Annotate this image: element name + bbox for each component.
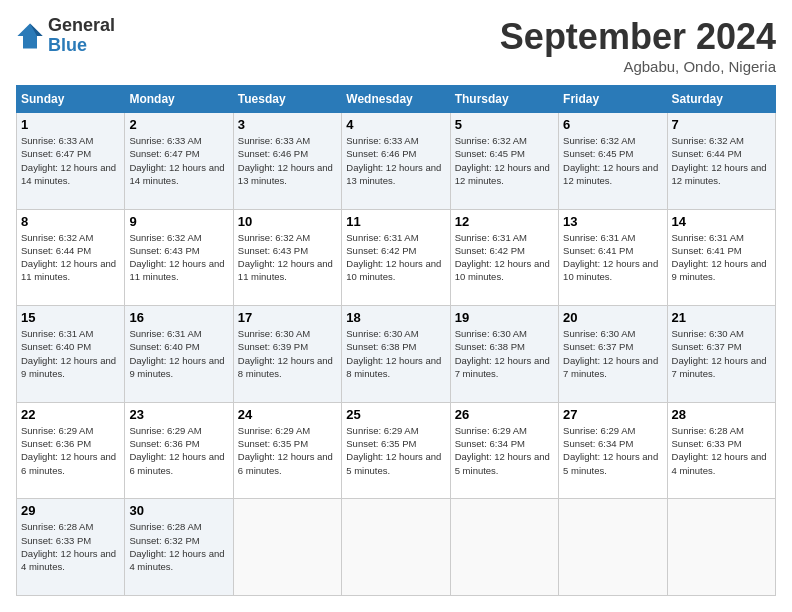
header: General Blue September 2024 Agbabu, Ondo… [16, 16, 776, 75]
day-info: Sunrise: 6:29 AMSunset: 6:35 PMDaylight:… [346, 424, 445, 477]
day-info: Sunrise: 6:29 AMSunset: 6:34 PMDaylight:… [563, 424, 662, 477]
calendar-cell: 12Sunrise: 6:31 AMSunset: 6:42 PMDayligh… [450, 209, 558, 306]
calendar-cell: 1Sunrise: 6:33 AMSunset: 6:47 PMDaylight… [17, 113, 125, 210]
day-number: 23 [129, 407, 228, 422]
calendar-cell: 17Sunrise: 6:30 AMSunset: 6:39 PMDayligh… [233, 306, 341, 403]
day-info: Sunrise: 6:28 AMSunset: 6:32 PMDaylight:… [129, 520, 228, 573]
calendar-cell [559, 499, 667, 596]
calendar-cell: 8Sunrise: 6:32 AMSunset: 6:44 PMDaylight… [17, 209, 125, 306]
day-info: Sunrise: 6:32 AMSunset: 6:43 PMDaylight:… [129, 231, 228, 284]
day-info: Sunrise: 6:30 AMSunset: 6:37 PMDaylight:… [563, 327, 662, 380]
calendar-cell: 30Sunrise: 6:28 AMSunset: 6:32 PMDayligh… [125, 499, 233, 596]
day-number: 28 [672, 407, 771, 422]
day-header-saturday: Saturday [667, 86, 775, 113]
calendar-cell [450, 499, 558, 596]
calendar-cell: 4Sunrise: 6:33 AMSunset: 6:46 PMDaylight… [342, 113, 450, 210]
logo-general: General [48, 16, 115, 36]
day-header-thursday: Thursday [450, 86, 558, 113]
day-number: 9 [129, 214, 228, 229]
calendar-cell: 14Sunrise: 6:31 AMSunset: 6:41 PMDayligh… [667, 209, 775, 306]
calendar-cell: 26Sunrise: 6:29 AMSunset: 6:34 PMDayligh… [450, 402, 558, 499]
day-info: Sunrise: 6:32 AMSunset: 6:44 PMDaylight:… [21, 231, 120, 284]
day-number: 16 [129, 310, 228, 325]
day-info: Sunrise: 6:32 AMSunset: 6:43 PMDaylight:… [238, 231, 337, 284]
calendar-cell: 20Sunrise: 6:30 AMSunset: 6:37 PMDayligh… [559, 306, 667, 403]
day-number: 11 [346, 214, 445, 229]
day-info: Sunrise: 6:32 AMSunset: 6:45 PMDaylight:… [455, 134, 554, 187]
day-number: 8 [21, 214, 120, 229]
logo-icon [16, 22, 44, 50]
calendar-cell: 27Sunrise: 6:29 AMSunset: 6:34 PMDayligh… [559, 402, 667, 499]
calendar-table: SundayMondayTuesdayWednesdayThursdayFrid… [16, 85, 776, 596]
calendar-cell: 24Sunrise: 6:29 AMSunset: 6:35 PMDayligh… [233, 402, 341, 499]
calendar-cell: 18Sunrise: 6:30 AMSunset: 6:38 PMDayligh… [342, 306, 450, 403]
day-number: 18 [346, 310, 445, 325]
logo: General Blue [16, 16, 115, 56]
day-number: 30 [129, 503, 228, 518]
logo-blue: Blue [48, 36, 115, 56]
day-info: Sunrise: 6:30 AMSunset: 6:38 PMDaylight:… [455, 327, 554, 380]
logo-text: General Blue [48, 16, 115, 56]
day-number: 7 [672, 117, 771, 132]
calendar-cell: 9Sunrise: 6:32 AMSunset: 6:43 PMDaylight… [125, 209, 233, 306]
day-number: 29 [21, 503, 120, 518]
day-info: Sunrise: 6:28 AMSunset: 6:33 PMDaylight:… [21, 520, 120, 573]
calendar-cell: 2Sunrise: 6:33 AMSunset: 6:47 PMDaylight… [125, 113, 233, 210]
day-number: 26 [455, 407, 554, 422]
calendar-cell: 3Sunrise: 6:33 AMSunset: 6:46 PMDaylight… [233, 113, 341, 210]
day-info: Sunrise: 6:29 AMSunset: 6:34 PMDaylight:… [455, 424, 554, 477]
day-info: Sunrise: 6:30 AMSunset: 6:37 PMDaylight:… [672, 327, 771, 380]
day-info: Sunrise: 6:29 AMSunset: 6:36 PMDaylight:… [129, 424, 228, 477]
calendar-cell: 25Sunrise: 6:29 AMSunset: 6:35 PMDayligh… [342, 402, 450, 499]
calendar-cell: 5Sunrise: 6:32 AMSunset: 6:45 PMDaylight… [450, 113, 558, 210]
day-info: Sunrise: 6:33 AMSunset: 6:47 PMDaylight:… [129, 134, 228, 187]
day-info: Sunrise: 6:30 AMSunset: 6:39 PMDaylight:… [238, 327, 337, 380]
day-info: Sunrise: 6:30 AMSunset: 6:38 PMDaylight:… [346, 327, 445, 380]
day-number: 5 [455, 117, 554, 132]
calendar-cell: 19Sunrise: 6:30 AMSunset: 6:38 PMDayligh… [450, 306, 558, 403]
page: General Blue September 2024 Agbabu, Ondo… [0, 0, 792, 612]
day-number: 17 [238, 310, 337, 325]
day-info: Sunrise: 6:33 AMSunset: 6:47 PMDaylight:… [21, 134, 120, 187]
day-info: Sunrise: 6:32 AMSunset: 6:45 PMDaylight:… [563, 134, 662, 187]
day-number: 25 [346, 407, 445, 422]
day-number: 12 [455, 214, 554, 229]
day-info: Sunrise: 6:31 AMSunset: 6:41 PMDaylight:… [563, 231, 662, 284]
calendar-cell: 11Sunrise: 6:31 AMSunset: 6:42 PMDayligh… [342, 209, 450, 306]
calendar-week-row: 29Sunrise: 6:28 AMSunset: 6:33 PMDayligh… [17, 499, 776, 596]
day-number: 21 [672, 310, 771, 325]
calendar-cell: 22Sunrise: 6:29 AMSunset: 6:36 PMDayligh… [17, 402, 125, 499]
calendar-cell: 13Sunrise: 6:31 AMSunset: 6:41 PMDayligh… [559, 209, 667, 306]
calendar-cell: 16Sunrise: 6:31 AMSunset: 6:40 PMDayligh… [125, 306, 233, 403]
calendar-cell: 10Sunrise: 6:32 AMSunset: 6:43 PMDayligh… [233, 209, 341, 306]
day-info: Sunrise: 6:31 AMSunset: 6:41 PMDaylight:… [672, 231, 771, 284]
day-number: 2 [129, 117, 228, 132]
calendar-cell: 15Sunrise: 6:31 AMSunset: 6:40 PMDayligh… [17, 306, 125, 403]
day-info: Sunrise: 6:29 AMSunset: 6:36 PMDaylight:… [21, 424, 120, 477]
day-info: Sunrise: 6:31 AMSunset: 6:42 PMDaylight:… [455, 231, 554, 284]
day-info: Sunrise: 6:31 AMSunset: 6:40 PMDaylight:… [21, 327, 120, 380]
day-number: 4 [346, 117, 445, 132]
day-header-monday: Monday [125, 86, 233, 113]
title-block: September 2024 Agbabu, Ondo, Nigeria [500, 16, 776, 75]
calendar-cell: 23Sunrise: 6:29 AMSunset: 6:36 PMDayligh… [125, 402, 233, 499]
day-info: Sunrise: 6:31 AMSunset: 6:40 PMDaylight:… [129, 327, 228, 380]
day-header-sunday: Sunday [17, 86, 125, 113]
calendar-cell: 7Sunrise: 6:32 AMSunset: 6:44 PMDaylight… [667, 113, 775, 210]
day-info: Sunrise: 6:33 AMSunset: 6:46 PMDaylight:… [346, 134, 445, 187]
calendar-cell: 21Sunrise: 6:30 AMSunset: 6:37 PMDayligh… [667, 306, 775, 403]
calendar-week-row: 8Sunrise: 6:32 AMSunset: 6:44 PMDaylight… [17, 209, 776, 306]
day-number: 3 [238, 117, 337, 132]
day-number: 19 [455, 310, 554, 325]
day-header-friday: Friday [559, 86, 667, 113]
day-info: Sunrise: 6:32 AMSunset: 6:44 PMDaylight:… [672, 134, 771, 187]
calendar-cell [667, 499, 775, 596]
day-number: 1 [21, 117, 120, 132]
day-number: 14 [672, 214, 771, 229]
day-info: Sunrise: 6:29 AMSunset: 6:35 PMDaylight:… [238, 424, 337, 477]
day-info: Sunrise: 6:33 AMSunset: 6:46 PMDaylight:… [238, 134, 337, 187]
calendar-week-row: 1Sunrise: 6:33 AMSunset: 6:47 PMDaylight… [17, 113, 776, 210]
day-info: Sunrise: 6:31 AMSunset: 6:42 PMDaylight:… [346, 231, 445, 284]
calendar-cell: 28Sunrise: 6:28 AMSunset: 6:33 PMDayligh… [667, 402, 775, 499]
day-header-tuesday: Tuesday [233, 86, 341, 113]
